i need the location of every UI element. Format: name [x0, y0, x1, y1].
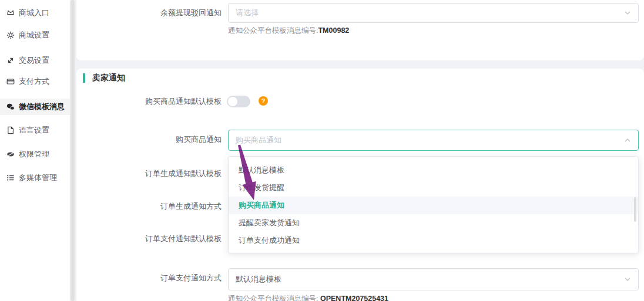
helper-code: OPENTM207525431 — [320, 295, 388, 301]
select-value: 默认消息模板 — [236, 274, 281, 285]
helper-prefix: 通知公众平台模板消息编号: — [228, 26, 318, 35]
field-label-purchase-notify: 购买商品通知 — [80, 134, 222, 145]
chevron-down-icon — [624, 276, 631, 283]
default-template-toggle[interactable] — [227, 96, 250, 107]
sidebar-item-mall-entrance[interactable]: 商城入口 — [0, 5, 70, 21]
sidebar-item-mall-settings[interactable]: 商城设置 — [0, 27, 70, 43]
template-code-helper: 通知公众平台模板消息编号:TM00982 — [228, 26, 349, 35]
help-icon[interactable]: ? — [259, 96, 268, 106]
field-label-balance-reject: 余额提现驳回通知 — [80, 8, 222, 18]
dropdown-option-selected[interactable]: 购买商品通知 — [229, 197, 638, 214]
sidebar-item-label: 权限管理 — [19, 149, 49, 160]
entrance-icon — [6, 9, 15, 17]
page-scrollbar[interactable] — [71, 0, 75, 301]
sidebar-item-label: 交易设置 — [19, 55, 49, 66]
sidebar-item-label: 语言设置 — [19, 125, 49, 136]
helper-prefix: 通知公众平台模板消息编号: — [228, 295, 320, 301]
sidebar-item-label: 多媒体管理 — [19, 173, 57, 183]
document-icon — [6, 126, 15, 134]
help-glyph: ? — [261, 97, 266, 104]
sidebar-item-payment-methods[interactable]: 支付方式 — [0, 73, 70, 90]
sidebar-item-label: 商城入口 — [19, 8, 49, 18]
order-pay-notify-select[interactable]: 默认消息模板 — [228, 268, 639, 290]
dropdown-scrollbar[interactable] — [634, 197, 636, 222]
dropdown-option[interactable]: 默认消息模板 — [229, 161, 638, 179]
field-label-purchase-default-template: 购买商品通知默认模板 — [80, 96, 222, 107]
purchase-notify-dropdown: 默认消息模板 订单发货提醒 购买商品通知 提醒卖家发货通知 订单支付成功通知 — [228, 156, 639, 253]
toggle-knob — [228, 97, 237, 106]
settings-screen: 商城入口 商城设置 交易设置 支付方式 微信模板消息 — [0, 0, 644, 301]
section-title: 卖家通知 — [92, 73, 125, 83]
section-accent-bar — [83, 73, 85, 83]
sidebar-item-language-settings[interactable]: 语言设置 — [0, 122, 70, 138]
sidebar-item-wechat-template-messages[interactable]: 微信模板消息 — [0, 99, 70, 115]
credit-card-icon — [6, 77, 15, 86]
sidebar-item-label: 支付方式 — [19, 76, 49, 87]
field-label-order-pay-default-template: 订单支付通知默认模板 — [80, 234, 222, 244]
helper-code: TM00982 — [318, 26, 349, 35]
select-placeholder: 购买商品通知 — [236, 135, 281, 146]
template-code-helper-bottom: 通知公众平台模板消息编号: OPENTM207525431 — [228, 294, 388, 301]
sidebar-item-label: 商城设置 — [19, 30, 49, 40]
section-header: 卖家通知 — [83, 73, 125, 83]
chevron-down-icon — [624, 9, 631, 16]
purchase-notify-select[interactable]: 购买商品通知 — [228, 130, 639, 151]
dropdown-option[interactable]: 提醒卖家发货通知 — [229, 214, 638, 232]
dropdown-option[interactable]: 订单发货提醒 — [229, 179, 638, 197]
sidebar-item-label: 微信模板消息 — [19, 102, 65, 112]
sidebar-item-permission-management[interactable]: 权限管理 — [0, 146, 70, 163]
trade-arrows-icon — [6, 56, 15, 65]
sidebar-item-trade-settings[interactable]: 交易设置 — [0, 52, 70, 69]
wechat-chat-icon — [6, 103, 15, 111]
field-label-order-create-notify-mode: 订单生成通知方式 — [80, 201, 222, 212]
permission-eye-icon — [6, 150, 15, 158]
sidebar: 商城入口 商城设置 交易设置 支付方式 微信模板消息 — [0, 0, 70, 301]
sidebar-item-multimedia-management[interactable]: 多媒体管理 — [0, 170, 70, 186]
field-label-order-create-default-template: 订单生成通知默认模板 — [80, 168, 222, 179]
chevron-up-icon — [624, 137, 631, 144]
select-placeholder: 请选择 — [236, 8, 259, 18]
media-list-icon — [6, 174, 15, 182]
dropdown-option[interactable]: 订单支付成功通知 — [229, 232, 638, 249]
balance-reject-select[interactable]: 请选择 — [228, 3, 639, 23]
gear-icon — [6, 31, 15, 39]
field-label-order-pay-notify-mode: 订单支付通知方式 — [80, 273, 222, 283]
